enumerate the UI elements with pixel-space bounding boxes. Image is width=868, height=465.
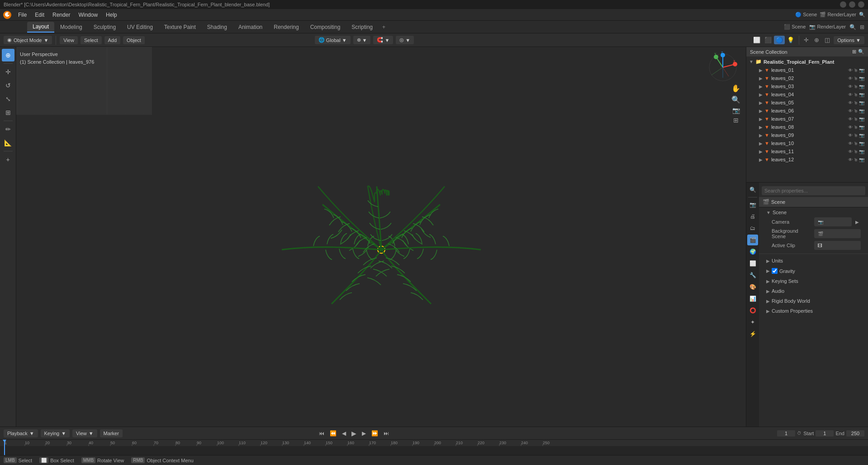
outliner-item-leaves06[interactable]: ▶ ▼ leaves_06 👁 🖱 📷 bbox=[746, 107, 868, 115]
outliner-filter-icon[interactable]: ⊞ bbox=[852, 49, 856, 55]
navigation-gizmo[interactable]: Y X Z bbox=[707, 52, 739, 83]
tab-animation[interactable]: Animation bbox=[233, 22, 268, 32]
playback-dropdown[interactable]: Playback ▼ bbox=[4, 429, 38, 437]
object-mode-dropdown[interactable]: ◉ Object Mode ▼ bbox=[4, 36, 52, 44]
prop-viewlayer-btn[interactable]: 🗂 bbox=[747, 223, 758, 234]
menu-edit[interactable]: Edit bbox=[31, 11, 48, 19]
audio-header[interactable]: ▶ Audio bbox=[763, 287, 864, 295]
cursor-tool[interactable]: ⊕ bbox=[2, 49, 14, 61]
gizmo-toggle[interactable]: ✛ bbox=[802, 36, 811, 44]
custom-props-header[interactable]: ▶ Custom Properties bbox=[763, 307, 864, 315]
outliner-item-leaves01[interactable]: ▶ ▼ leaves_01 👁 🖱 📷 bbox=[746, 66, 868, 74]
hand-tool-btn[interactable]: ✋ bbox=[730, 83, 742, 94]
outliner-item-leaves11[interactable]: ▶ ▼ leaves_11 👁 🖱 📷 bbox=[746, 147, 868, 155]
jump-end-btn[interactable]: ⏭ bbox=[382, 429, 391, 437]
search-icon[interactable]: 🔍 bbox=[859, 12, 865, 18]
tab-layout[interactable]: Layout bbox=[27, 22, 54, 33]
start-frame-input[interactable] bbox=[816, 430, 834, 437]
solid-shading-btn[interactable]: ⬛ bbox=[763, 36, 773, 44]
tab-sculpting[interactable]: Sculpting bbox=[88, 22, 121, 32]
add-menu-btn[interactable]: Add bbox=[104, 36, 121, 44]
viewport-3d[interactable]: User Perspective (1) Scene Collection | … bbox=[16, 47, 746, 427]
outliner-item-leaves04[interactable]: ▶ ▼ leaves_04 👁 🖱 📷 bbox=[746, 90, 868, 99]
prop-output-btn[interactable]: 🖨 bbox=[747, 211, 758, 222]
tab-shading[interactable]: Shading bbox=[202, 22, 232, 32]
prop-physics-btn[interactable]: ⚡ bbox=[747, 329, 758, 339]
rigid-body-header[interactable]: ▶ Rigid Body World bbox=[763, 297, 864, 305]
tab-texture-paint[interactable]: Texture Paint bbox=[159, 22, 201, 32]
transform-tool[interactable]: ⊞ bbox=[2, 106, 14, 119]
outliner-item-leaves07[interactable]: ▶ ▼ leaves_07 👁 🖱 📷 bbox=[746, 115, 868, 123]
prop-render-btn[interactable]: 📷 bbox=[747, 199, 758, 210]
renderlayer-name[interactable]: 📷 RenderLayer bbox=[809, 24, 846, 30]
material-shading-btn[interactable]: 🔵 bbox=[774, 36, 785, 44]
properties-search[interactable] bbox=[762, 186, 865, 195]
camera-picker-arrow[interactable]: ▶ bbox=[854, 219, 861, 225]
menu-help[interactable]: Help bbox=[102, 11, 121, 19]
timeline-track[interactable]: 1 10 20 30 40 50 60 bbox=[0, 440, 868, 455]
menu-file[interactable]: File bbox=[14, 11, 30, 19]
select-menu-btn[interactable]: Select bbox=[81, 36, 102, 44]
tab-compositing[interactable]: Compositing bbox=[305, 22, 346, 32]
prop-scene-btn[interactable]: 🎬 bbox=[747, 235, 758, 245]
marker-dropdown[interactable]: Marker bbox=[100, 429, 123, 437]
scene-collapsible-header[interactable]: ▼ Scene bbox=[763, 208, 864, 216]
camera-view-btn[interactable]: 📷 bbox=[730, 106, 742, 115]
tab-scripting[interactable]: Scripting bbox=[346, 22, 378, 32]
prev-frame-btn[interactable]: ◀ bbox=[340, 429, 348, 437]
rendered-shading-btn[interactable]: 💡 bbox=[785, 36, 796, 44]
prop-material-btn[interactable]: ⭕ bbox=[747, 305, 758, 316]
wireframe-shading-btn[interactable]: ⬜ bbox=[751, 36, 762, 44]
search-icon-top[interactable]: 🔍 bbox=[849, 24, 856, 30]
prop-object-btn[interactable]: ⬜ bbox=[747, 258, 758, 269]
overlay-toggle[interactable]: ⊕ bbox=[812, 36, 821, 44]
pivot-point-dropdown[interactable]: ⊕ ▼ bbox=[353, 36, 371, 44]
proportional-editing[interactable]: ◎ ▼ bbox=[396, 36, 414, 44]
tab-rendering[interactable]: Rendering bbox=[268, 22, 304, 32]
prev-keyframe-btn[interactable]: ⏪ bbox=[328, 429, 338, 437]
units-collapsible-header[interactable]: ▶ Units bbox=[763, 257, 864, 265]
menu-window[interactable]: Window bbox=[75, 11, 101, 19]
move-tool[interactable]: ✛ bbox=[2, 66, 14, 78]
view-dropdown[interactable]: View ▼ bbox=[72, 429, 97, 437]
scale-tool[interactable]: ⤡ bbox=[2, 93, 14, 105]
next-frame-btn[interactable]: ▶ bbox=[360, 429, 368, 437]
filter-icon[interactable]: ⊞ bbox=[860, 24, 864, 30]
transform-global-dropdown[interactable]: 🌐 Global ▼ bbox=[315, 36, 351, 44]
tab-modeling[interactable]: Modeling bbox=[55, 22, 88, 32]
current-frame-input[interactable] bbox=[777, 430, 795, 437]
xray-toggle[interactable]: ◫ bbox=[823, 36, 832, 44]
gravity-checkbox[interactable] bbox=[772, 268, 778, 274]
camera-picker[interactable]: 📷 bbox=[814, 217, 852, 226]
outliner-item-leaves03[interactable]: ▶ ▼ leaves_03 👁 🖱 📷 bbox=[746, 82, 868, 90]
blender-logo[interactable] bbox=[3, 10, 12, 19]
keying-dropdown[interactable]: Keying ▼ bbox=[41, 429, 70, 437]
add-workspace-button[interactable]: + bbox=[379, 22, 389, 32]
end-frame-input[interactable] bbox=[846, 430, 864, 437]
outliner-item-leaves05[interactable]: ▶ ▼ leaves_05 👁 🖱 📷 bbox=[746, 99, 868, 107]
maximize-button[interactable] bbox=[849, 1, 855, 8]
next-keyframe-btn[interactable]: ⏩ bbox=[370, 429, 380, 437]
annotate-tool[interactable]: ✏ bbox=[2, 123, 14, 136]
keying-sets-header[interactable]: ▶ Keying Sets bbox=[763, 277, 864, 285]
outliner-item-leaves09[interactable]: ▶ ▼ leaves_09 👁 🖱 📷 bbox=[746, 131, 868, 139]
outliner-item-leaves02[interactable]: ▶ ▼ leaves_02 👁 🖱 📷 bbox=[746, 74, 868, 82]
active-clip-picker[interactable]: 🎞 bbox=[814, 241, 861, 250]
snapping-dropdown[interactable]: 🧲 ▼ bbox=[373, 36, 393, 44]
tab-uv-editing[interactable]: UV Editing bbox=[122, 22, 158, 32]
grid-view-btn[interactable]: ⊞ bbox=[730, 116, 742, 125]
scene-name[interactable]: ⬛ Scene bbox=[784, 24, 806, 30]
close-button[interactable] bbox=[858, 1, 864, 8]
outliner-item-leaves08[interactable]: ▶ ▼ leaves_08 👁 🖱 📷 bbox=[746, 123, 868, 131]
outliner-search-icon[interactable]: 🔍 bbox=[858, 49, 864, 55]
gravity-collapsible-header[interactable]: ▶ Gravity bbox=[763, 267, 864, 275]
prop-data-btn[interactable]: 📊 bbox=[747, 293, 758, 304]
menu-render[interactable]: Render bbox=[49, 11, 74, 19]
add-tool[interactable]: + bbox=[2, 153, 14, 166]
options-dropdown[interactable]: Options ▼ bbox=[834, 36, 864, 44]
rotate-tool[interactable]: ↺ bbox=[2, 79, 14, 92]
bg-scene-picker[interactable]: 🎬 bbox=[814, 229, 861, 238]
outliner-item-leaves10[interactable]: ▶ ▼ leaves_10 👁 🖱 📷 bbox=[746, 139, 868, 147]
prop-modifier-btn[interactable]: 🔧 bbox=[747, 270, 758, 281]
minimize-button[interactable] bbox=[840, 1, 846, 8]
